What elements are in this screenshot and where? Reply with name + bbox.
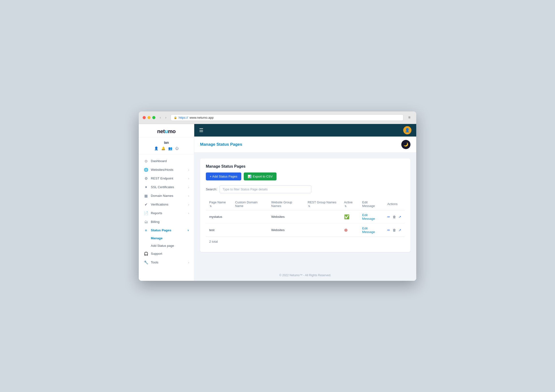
profile-icon[interactable]: 👤 bbox=[154, 146, 158, 150]
col-custom-domain: Custom Domain Name bbox=[232, 198, 268, 210]
sidebar-item-support[interactable]: 🎧 Support bbox=[139, 249, 194, 258]
export-icon: 📊 bbox=[248, 175, 251, 178]
top-bar: ☰ 👤 bbox=[194, 124, 416, 137]
url-https: https:// bbox=[179, 116, 188, 119]
hamburger-button[interactable]: ☰ bbox=[199, 127, 204, 133]
sidebar-item-label: Dashboard bbox=[151, 159, 167, 163]
sidebar-item-dashboard[interactable]: ⊙ Dashboard bbox=[139, 157, 194, 166]
sidebar-nav: ⊙ Dashboard 🌐 Websites/Hosts › ⚙ REST En… bbox=[139, 154, 194, 281]
chevron-right-icon: › bbox=[188, 168, 189, 171]
search-input[interactable] bbox=[219, 185, 311, 193]
table-row: mystatus Websites ✅ Edit Message ✏ 🗑 ↗ bbox=[206, 210, 405, 223]
support-icon: 🎧 bbox=[144, 252, 148, 256]
sort-icon: ⇅ bbox=[345, 205, 347, 207]
search-row: Search: bbox=[206, 185, 405, 193]
subitem-label: Add Status page bbox=[151, 244, 174, 247]
edit-icon[interactable]: ✏ bbox=[387, 215, 390, 219]
sidebar: netumo Ian 👤 🔔 👥 ⏻ ⊙ Dashboard 🌐 We bbox=[139, 124, 194, 281]
action-icons: ✏ 🗑 ↗ bbox=[387, 228, 401, 232]
browser-chrome: ‹ › 🔒 https://www.netumo.app ≡ bbox=[139, 111, 416, 124]
external-link-icon[interactable]: ↗ bbox=[398, 215, 401, 219]
edit-message-link[interactable]: Edit Message bbox=[362, 213, 375, 220]
sidebar-item-billing[interactable]: 🗂 Billing bbox=[139, 218, 194, 226]
edit-message-link[interactable]: Edit Message bbox=[362, 226, 375, 234]
cell-page-name: mystatus bbox=[206, 210, 232, 223]
add-status-pages-button[interactable]: + Add Status Pages bbox=[206, 173, 241, 181]
power-icon[interactable]: ⏻ bbox=[175, 146, 179, 150]
user-section: Ian 👤 🔔 👥 ⏻ bbox=[139, 137, 194, 154]
lock-icon: 🔒 bbox=[174, 116, 177, 119]
back-button[interactable]: ‹ bbox=[158, 115, 162, 120]
external-link-icon[interactable]: ↗ bbox=[398, 228, 401, 232]
footer-text: © 2022 Netumo™ - All Rights Reserved. bbox=[279, 274, 331, 277]
col-actions: Actions bbox=[384, 198, 405, 210]
cell-rest-group bbox=[304, 210, 341, 223]
sidebar-item-label: Reports bbox=[151, 211, 162, 215]
cell-website-group: Websites bbox=[268, 223, 304, 237]
cell-active: ✅ bbox=[341, 210, 359, 223]
sidebar-item-label: Websites/Hosts bbox=[151, 168, 174, 172]
sidebar-item-label: Tools bbox=[151, 261, 159, 264]
minimize-button[interactable] bbox=[147, 116, 151, 119]
sidebar-subitem-add-status-page[interactable]: Add Status page bbox=[139, 242, 194, 249]
col-website-group: Website Group Names bbox=[268, 198, 304, 210]
search-label: Search: bbox=[206, 188, 217, 191]
button-group: + Add Status Pages 📊 Export to CSV bbox=[206, 173, 405, 181]
sidebar-item-status-pages[interactable]: ≡ Status Pages ∨ bbox=[139, 226, 194, 234]
table-row: test Websites ⊗ Edit Message ✏ 🗑 ↗ bbox=[206, 223, 405, 237]
user-name: Ian bbox=[144, 141, 189, 145]
delete-icon[interactable]: 🗑 bbox=[393, 215, 396, 219]
delete-icon[interactable]: 🗑 bbox=[393, 228, 396, 232]
col-active: Active ⇅ bbox=[341, 198, 359, 210]
team-icon[interactable]: 👥 bbox=[168, 146, 172, 150]
address-bar[interactable]: 🔒 https://www.netumo.app bbox=[171, 114, 403, 121]
billing-icon: 🗂 bbox=[144, 220, 148, 224]
status-pages-icon: ≡ bbox=[144, 228, 148, 232]
logo: netumo bbox=[157, 128, 175, 135]
edit-icon[interactable]: ✏ bbox=[387, 228, 390, 232]
maximize-button[interactable] bbox=[152, 116, 155, 119]
browser-window: ‹ › 🔒 https://www.netumo.app ≡ netumo Ia… bbox=[139, 111, 416, 281]
sort-icon: ⇅ bbox=[308, 205, 310, 207]
content-area: Manage Status Pages + Add Status Pages 📊… bbox=[194, 153, 416, 270]
chevron-right-icon: › bbox=[188, 195, 189, 197]
export-csv-button[interactable]: 📊 Export to CSV bbox=[244, 173, 277, 181]
sidebar-item-rest-endpoint[interactable]: ⚙ REST Endpoint › bbox=[139, 174, 194, 183]
cell-custom-domain bbox=[232, 210, 268, 223]
forward-button[interactable]: › bbox=[164, 115, 168, 120]
sidebar-item-label: Status Pages bbox=[151, 228, 171, 232]
col-edit-message: Edit Message bbox=[359, 198, 384, 210]
cell-edit-message: Edit Message bbox=[359, 223, 384, 237]
sidebar-item-reports[interactable]: 📄 Reports › bbox=[139, 209, 194, 218]
cell-edit-message: Edit Message bbox=[359, 210, 384, 223]
dark-mode-button[interactable]: 🌙 bbox=[401, 140, 410, 149]
user-avatar[interactable]: 👤 bbox=[403, 126, 411, 134]
sidebar-item-ssl-certificates[interactable]: ✦ SSL Certificates › bbox=[139, 183, 194, 192]
table-footer: 2 total bbox=[206, 237, 405, 246]
traffic-lights bbox=[143, 116, 155, 119]
sidebar-item-verifications[interactable]: ✔ Verifications › bbox=[139, 200, 194, 209]
browser-menu-button[interactable]: ≡ bbox=[406, 114, 412, 121]
close-button[interactable] bbox=[143, 116, 146, 119]
chevron-right-icon: › bbox=[188, 177, 189, 180]
table-header-row: Page Name ⇅ Custom Domain Name Website G… bbox=[206, 198, 405, 210]
cell-rest-group bbox=[304, 223, 341, 237]
main-card: Manage Status Pages + Add Status Pages 📊… bbox=[200, 159, 410, 252]
user-icons: 👤 🔔 👥 ⏻ bbox=[144, 146, 189, 150]
sidebar-item-label: Verifications bbox=[151, 203, 168, 206]
page-header: Manage Status Pages 🌙 bbox=[194, 137, 416, 153]
sidebar-subitem-manage[interactable]: Manage bbox=[139, 234, 194, 242]
sidebar-item-websites-hosts[interactable]: 🌐 Websites/Hosts › bbox=[139, 166, 194, 174]
sidebar-logo: netumo bbox=[139, 124, 194, 137]
subitem-label: Manage bbox=[151, 236, 162, 240]
reports-icon: 📄 bbox=[144, 211, 148, 215]
cell-page-name: test bbox=[206, 223, 232, 237]
notifications-icon[interactable]: 🔔 bbox=[161, 146, 165, 150]
col-page-name: Page Name ⇅ bbox=[206, 198, 232, 210]
sidebar-item-label: REST Endpoint bbox=[151, 177, 173, 180]
sort-icon: ⇅ bbox=[210, 205, 212, 207]
inactive-icon: ⊗ bbox=[344, 228, 348, 232]
sidebar-item-tools[interactable]: 🔧 Tools › bbox=[139, 258, 194, 267]
sidebar-item-domain-names[interactable]: ▦ Domain Names › bbox=[139, 192, 194, 200]
cell-actions: ✏ 🗑 ↗ bbox=[384, 223, 405, 237]
